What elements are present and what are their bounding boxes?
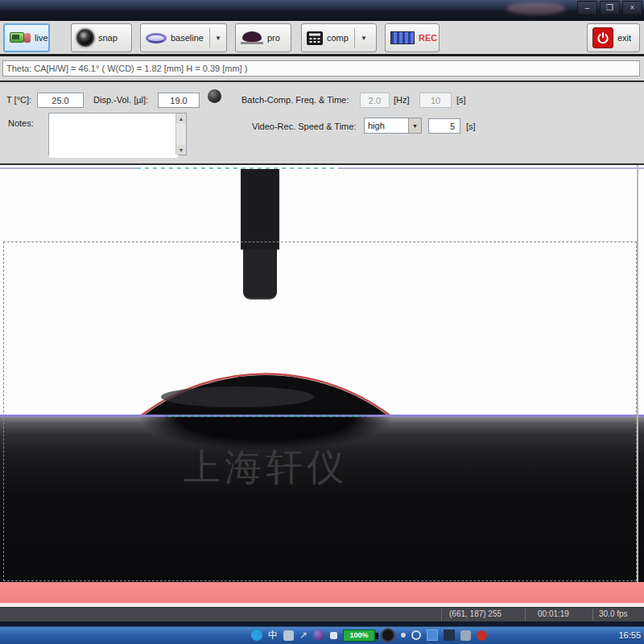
live-button-label: live bbox=[35, 33, 48, 43]
overlay-line-left bbox=[0, 167, 137, 169]
viewport-right-edge bbox=[637, 165, 638, 607]
notes-input[interactable] bbox=[49, 114, 178, 158]
dispense-volume-input[interactable] bbox=[158, 93, 200, 108]
record-button[interactable]: REC bbox=[385, 23, 440, 52]
batch-frequency-input[interactable] bbox=[360, 93, 390, 108]
status-divider bbox=[592, 609, 593, 621]
dispense-volume-label: Disp.-Vol. [µl]: bbox=[93, 95, 148, 105]
tray-icon[interactable] bbox=[330, 632, 337, 639]
video-rec-label: Video-Rec. Speed & Time: bbox=[252, 122, 356, 131]
scroll-up-icon[interactable]: ▲ bbox=[176, 114, 186, 123]
batch-frequency-unit: [Hz] bbox=[394, 95, 410, 105]
main-toolbar: live snap baseline ▼ pro bbox=[0, 21, 644, 56]
notes-label: Notes: bbox=[8, 118, 34, 128]
batch-comp-label: Batch-Comp. Freq. & Time: bbox=[242, 95, 349, 105]
windows-taskbar[interactable]: 中 ↗ 100% 16:55 bbox=[0, 621, 644, 644]
exit-button[interactable]: exit bbox=[587, 23, 640, 52]
overlay-dashed-line bbox=[137, 167, 338, 169]
snap-button-label: snap bbox=[98, 33, 118, 43]
taskbar-clock[interactable]: 16:55 bbox=[618, 630, 641, 640]
temperature-input[interactable] bbox=[37, 93, 84, 108]
network-arrow-icon[interactable]: ↗ bbox=[299, 630, 308, 641]
status-led-indicator bbox=[208, 89, 221, 103]
pro-button-label: pro bbox=[267, 33, 280, 43]
status-divider bbox=[441, 609, 442, 621]
video-camera-icon bbox=[10, 31, 31, 44]
notes-field: ▲ ▼ bbox=[48, 113, 187, 155]
calibration-pink-bar bbox=[0, 582, 644, 603]
tray-icon[interactable] bbox=[401, 633, 406, 638]
calculator-icon bbox=[307, 31, 323, 45]
window-controls: – ❐ × bbox=[577, 1, 642, 14]
camera-viewport[interactable]: 上海轩仪 bbox=[0, 165, 644, 607]
drop-outline-icon bbox=[146, 33, 167, 43]
baseline-button[interactable]: baseline ▼ bbox=[140, 23, 227, 52]
roi-selection-rectangle[interactable] bbox=[3, 242, 637, 581]
video-time-unit: [s] bbox=[466, 122, 476, 131]
notes-scrollbar[interactable]: ▲ ▼ bbox=[175, 114, 186, 155]
parameter-panel: T [°C]: Disp.-Vol. [µl]: Batch-Comp. Fre… bbox=[0, 82, 644, 165]
overlay-line-right bbox=[338, 167, 644, 169]
exit-button-label: exit bbox=[617, 33, 631, 43]
camera-tray-icon[interactable] bbox=[381, 628, 395, 642]
status-divider bbox=[525, 609, 526, 621]
search-tray-icon[interactable] bbox=[411, 630, 421, 640]
comp-button[interactable]: comp ▼ bbox=[301, 23, 377, 52]
window-titlebar: – ❐ × bbox=[0, 0, 644, 21]
close-button[interactable]: × bbox=[622, 1, 642, 14]
ime-language-icon[interactable]: 中 bbox=[268, 630, 278, 640]
minimize-button[interactable]: – bbox=[577, 1, 597, 14]
pixel-info-readout: (661, 187) 255 bbox=[449, 609, 502, 618]
filmstrip-icon bbox=[390, 31, 415, 44]
system-tray: 中 ↗ 100% 16:55 bbox=[251, 628, 641, 642]
camera-lens-icon bbox=[76, 29, 94, 47]
battery-level-indicator[interactable]: 100% bbox=[343, 630, 375, 642]
background-window-artifact bbox=[507, 2, 565, 14]
result-bar: Theta: CA[H/W] = 46.1° ( W(CD) = 1.82 [m… bbox=[0, 56, 644, 82]
dosing-needle bbox=[241, 169, 279, 250]
scroll-down-icon[interactable]: ▼ bbox=[176, 145, 186, 155]
app-status-bar: (661, 187) 255 00:01:19 30.0 fps bbox=[0, 607, 644, 621]
video-time-input[interactable] bbox=[428, 118, 460, 134]
record-button-label: REC bbox=[419, 33, 437, 43]
tray-icon[interactable] bbox=[283, 630, 294, 641]
chevron-down-icon[interactable]: ▼ bbox=[215, 35, 221, 42]
video-speed-value: high bbox=[368, 121, 385, 130]
tray-icon[interactable] bbox=[477, 630, 487, 641]
baseline-button-label: baseline bbox=[171, 33, 204, 43]
batch-time-unit: [s] bbox=[456, 95, 466, 105]
chevron-down-icon[interactable]: ▼ bbox=[408, 118, 421, 133]
maximize-button[interactable]: ❐ bbox=[600, 1, 620, 14]
drop-shape-analyzer-app: – ❐ × live snap baseline ▼ pro bbox=[0, 0, 644, 644]
drop-filled-icon bbox=[241, 31, 263, 45]
messenger-tray-icon[interactable] bbox=[251, 630, 262, 641]
snap-button[interactable]: snap bbox=[71, 23, 132, 52]
tray-icon[interactable] bbox=[460, 630, 471, 641]
measurement-result-field: Theta: CA[H/W] = 46.1° ( W(CD) = 1.82 [m… bbox=[2, 60, 640, 76]
batch-time-input[interactable] bbox=[419, 93, 452, 108]
chevron-down-icon[interactable]: ▼ bbox=[361, 35, 367, 42]
live-button[interactable]: live bbox=[3, 23, 50, 52]
framerate-readout: 30.0 fps bbox=[599, 609, 628, 618]
button-divider bbox=[354, 28, 355, 47]
temperature-label: T [°C]: bbox=[6, 95, 31, 105]
elapsed-time-readout: 00:01:19 bbox=[538, 609, 569, 618]
globe-tray-icon[interactable] bbox=[313, 630, 324, 641]
tray-icon[interactable] bbox=[444, 630, 455, 641]
window-tray-icon[interactable] bbox=[427, 630, 438, 641]
pro-button[interactable]: pro bbox=[235, 23, 291, 52]
comp-button-label: comp bbox=[327, 33, 349, 43]
video-speed-dropdown[interactable]: high ▼ bbox=[364, 118, 422, 134]
power-icon bbox=[592, 27, 613, 48]
